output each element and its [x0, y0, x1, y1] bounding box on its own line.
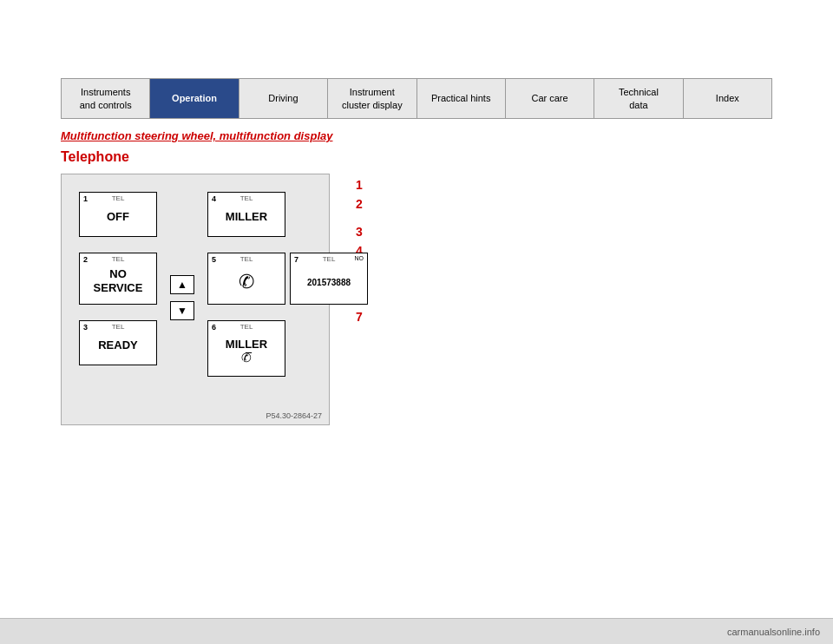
diagram-container: 1 TEL OFF 2 TEL NOSERVICE 3 TEL READY	[61, 174, 330, 425]
footer-bar: carmanualsonline.info	[0, 618, 833, 644]
box-1: 1 TEL OFF	[79, 192, 157, 237]
main-layout: 1 TEL OFF 2 TEL NOSERVICE 3 TEL READY	[61, 174, 772, 425]
nav-instrument-cluster[interactable]: Instrumentcluster display	[328, 79, 416, 118]
nav-instruments[interactable]: Instruments and controls	[62, 79, 150, 118]
page-subtitle: Multifunction steering wheel, multifunct…	[61, 129, 772, 142]
left-column: 1 TEL OFF 2 TEL NOSERVICE 3 TEL READY	[79, 192, 157, 377]
arrow-buttons: ▲ ▼	[170, 218, 194, 377]
right-column: 4 TEL MILLER 5 TEL ✆ 7	[207, 192, 368, 377]
box-5-7-row: 5 TEL ✆ 7 TEL NO 201573888	[207, 253, 368, 305]
box-4: 4 TEL MILLER	[207, 192, 285, 237]
up-arrow-button[interactable]: ▲	[170, 275, 194, 294]
box-5: 5 TEL ✆	[207, 253, 285, 305]
nav-driving[interactable]: Driving	[239, 79, 328, 118]
navigation-bar: Instruments and controls Operation Drivi…	[61, 78, 772, 119]
box-2: 2 TEL NOSERVICE	[79, 253, 157, 305]
diagram-ref: P54.30-2864-27	[266, 411, 322, 420]
page-content: Multifunction steering wheel, multifunct…	[61, 129, 772, 425]
down-arrow-button[interactable]: ▼	[170, 301, 194, 320]
nav-operation[interactable]: Operation	[150, 79, 239, 118]
box-6: 6 TEL MILLER ✆̅	[207, 320, 285, 377]
nav-technical-data[interactable]: Technicaldata	[594, 79, 683, 118]
section-title: Telephone	[61, 149, 772, 165]
nav-index[interactable]: Index	[684, 79, 771, 118]
list-item-1: 1	[356, 178, 363, 192]
box-7: 7 TEL NO 201573888	[290, 253, 368, 305]
footer-text: carmanualsonline.info	[727, 627, 820, 637]
nav-car-care[interactable]: Car care	[506, 79, 594, 118]
nav-practical-hints[interactable]: Practical hints	[417, 79, 506, 118]
box-3: 3 TEL READY	[79, 320, 157, 365]
